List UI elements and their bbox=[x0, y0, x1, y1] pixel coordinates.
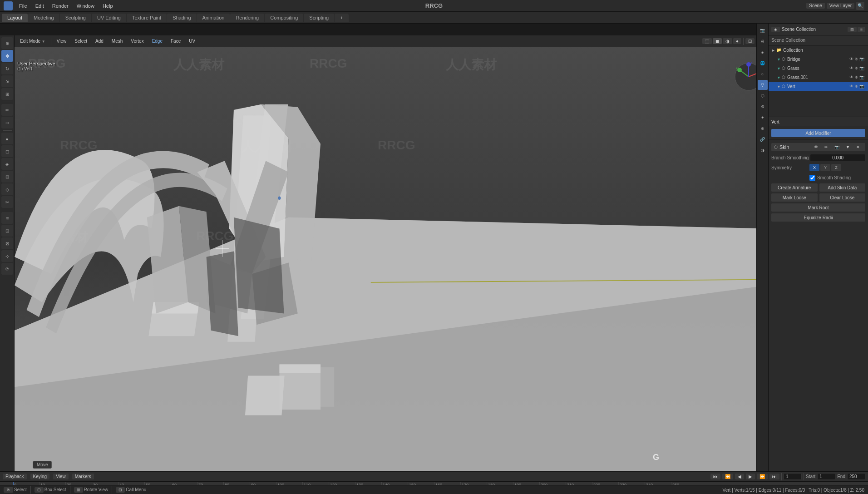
mark-root-btn[interactable]: Mark Root bbox=[771, 203, 865, 212]
modifier-skin-header[interactable]: ⬡ Skin 👁 ✏ 📷 ▼ ✕ bbox=[771, 143, 865, 151]
shading-rendered[interactable]: ● bbox=[733, 38, 741, 44]
search-icon[interactable]: 🔍 bbox=[856, 2, 864, 10]
menu-window[interactable]: Window bbox=[73, 2, 98, 10]
create-armature-btn[interactable]: Create Armature bbox=[771, 183, 818, 192]
view-layer-selector[interactable]: View Layer bbox=[827, 3, 854, 9]
vp-menu-add[interactable]: Add bbox=[93, 38, 106, 44]
outliner-item-collection[interactable]: ▸ 📁 Collection bbox=[769, 45, 868, 54]
tool-scale[interactable]: ⇲ bbox=[1, 75, 13, 87]
props-scene-icon[interactable]: 🌐 bbox=[758, 58, 768, 68]
tab-rendering[interactable]: Rendering bbox=[230, 14, 264, 22]
symmetry-z-btn[interactable]: Z bbox=[831, 164, 841, 171]
outliner-item-vert[interactable]: ▾ ⬡ Vert 👁 🖱 📷 bbox=[769, 82, 868, 91]
vp-menu-edge[interactable]: Edge bbox=[149, 38, 165, 44]
vp-menu-view[interactable]: View bbox=[54, 38, 69, 44]
shading-solid[interactable]: ◼ bbox=[713, 38, 722, 44]
props-physics-icon[interactable]: ⊕ bbox=[758, 124, 768, 133]
panel-options[interactable]: ≡ bbox=[858, 27, 865, 32]
props-object-icon[interactable]: ▽ bbox=[758, 80, 768, 90]
end-frame-input[interactable] bbox=[847, 473, 865, 480]
tab-modeling[interactable]: Modeling bbox=[28, 14, 59, 22]
tab-texture-paint[interactable]: Texture Paint bbox=[127, 14, 167, 22]
tool-move[interactable]: ✥ bbox=[1, 50, 13, 62]
modifier-delete[interactable]: ✕ bbox=[853, 144, 863, 150]
current-frame-input[interactable] bbox=[784, 473, 802, 480]
viewport-3d[interactable]: Edit Mode ▼ View Select Add Mesh Vertex … bbox=[15, 35, 768, 471]
tool-polypen[interactable]: ◇ bbox=[1, 183, 13, 195]
props-render-icon[interactable]: 📷 bbox=[758, 25, 768, 35]
timeline-menu-view[interactable]: View bbox=[53, 474, 69, 479]
tool-smooth[interactable]: ≋ bbox=[1, 212, 13, 224]
shading-material[interactable]: ◑ bbox=[723, 38, 732, 44]
tab-animation[interactable]: Animation bbox=[197, 14, 230, 22]
smooth-shading-checkbox[interactable] bbox=[809, 175, 815, 181]
scene-selector[interactable]: Scene bbox=[806, 3, 824, 9]
tool-spin[interactable]: ⟳ bbox=[1, 263, 13, 275]
outliner-item-grass001[interactable]: ▾ ⬡ Grass.001 👁 🖱 📷 bbox=[769, 73, 868, 82]
timeline-menu-playback[interactable]: Playback bbox=[3, 474, 27, 479]
jump-end-btn[interactable]: ⏭ bbox=[769, 474, 779, 479]
tool-inset[interactable]: ◻ bbox=[1, 145, 13, 157]
equalize-radii-btn[interactable]: Equalize Radii bbox=[771, 213, 865, 222]
tool-loopcut[interactable]: ⊟ bbox=[1, 171, 13, 183]
mark-loose-btn[interactable]: Mark Loose bbox=[771, 193, 818, 202]
tab-shading[interactable]: Shading bbox=[167, 14, 196, 22]
tool-rotate[interactable]: ↻ bbox=[1, 63, 13, 74]
jump-start-btn[interactable]: ⏮ bbox=[710, 474, 720, 479]
outliner-item-bridge[interactable]: ▾ ⬡ Bridge 👁 🖱 📷 bbox=[769, 54, 868, 64]
outliner-item-grass[interactable]: ▾ ⬡ Grass 👁 🖱 📷 bbox=[769, 64, 868, 73]
tab-scripting[interactable]: Scripting bbox=[304, 14, 334, 22]
tool-bevel[interactable]: ◈ bbox=[1, 158, 13, 170]
tab-sculpting[interactable]: Sculpting bbox=[60, 14, 91, 22]
props-world-icon[interactable]: ○ bbox=[758, 69, 768, 79]
tool-measure[interactable]: ⊸ bbox=[1, 117, 13, 128]
tool-transform[interactable]: ⊞ bbox=[1, 88, 13, 100]
panel-header-scene[interactable]: ◈ bbox=[771, 27, 780, 32]
modifier-toggle-render[interactable]: 📷 bbox=[832, 144, 842, 150]
prev-keyframe-btn[interactable]: ⏪ bbox=[722, 474, 733, 479]
add-modifier-button[interactable]: Add Modifier bbox=[771, 129, 865, 137]
vp-menu-select[interactable]: Select bbox=[72, 38, 90, 44]
start-frame-input[interactable] bbox=[817, 473, 835, 480]
shading-wireframe[interactable]: ⬚ bbox=[702, 38, 712, 44]
vp-menu-face[interactable]: Face bbox=[168, 38, 183, 44]
vp-menu-mesh[interactable]: Mesh bbox=[109, 38, 125, 44]
menu-render[interactable]: Render bbox=[49, 2, 72, 10]
menu-file[interactable]: File bbox=[15, 2, 31, 10]
tool-extrude[interactable]: ▲ bbox=[1, 133, 13, 144]
panel-filter[interactable]: ⊟ bbox=[848, 27, 857, 32]
menu-edit[interactable]: Edit bbox=[32, 2, 48, 10]
timeline-menu-keying[interactable]: Keying bbox=[30, 474, 50, 479]
tool-shrink[interactable]: ⊠ bbox=[1, 237, 13, 249]
tool-annotate[interactable]: ✏ bbox=[1, 104, 13, 116]
modifier-toggle-visibility[interactable]: 👁 bbox=[811, 144, 821, 150]
next-keyframe-btn[interactable]: ⏩ bbox=[757, 474, 768, 479]
modifier-toggle-edit[interactable]: ✏ bbox=[822, 144, 831, 150]
vp-menu-uv[interactable]: UV bbox=[186, 38, 198, 44]
tool-shear[interactable]: ⊡ bbox=[1, 225, 13, 237]
props-modifier-icon[interactable]: ⚙ bbox=[758, 102, 768, 112]
symmetry-x-btn[interactable]: X bbox=[809, 164, 819, 171]
tab-add[interactable]: + bbox=[335, 14, 348, 22]
clear-loose-btn[interactable]: Clear Loose bbox=[819, 193, 866, 202]
show-overlays[interactable]: ⊡ bbox=[745, 38, 755, 44]
symmetry-y-btn[interactable]: Y bbox=[820, 164, 830, 171]
tool-knife[interactable]: ✂ bbox=[1, 196, 13, 208]
vp-menu-vertex[interactable]: Vertex bbox=[128, 38, 146, 44]
props-particles-icon[interactable]: ✦ bbox=[758, 113, 768, 123]
tool-cursor[interactable]: ⊕ bbox=[1, 37, 13, 49]
menu-help[interactable]: Help bbox=[99, 2, 117, 10]
props-material-icon[interactable]: ◑ bbox=[758, 145, 768, 155]
play-btn[interactable]: ▶ bbox=[746, 474, 755, 479]
modifier-expand[interactable]: ▼ bbox=[843, 144, 853, 150]
tool-push[interactable]: ⊹ bbox=[1, 250, 13, 262]
props-constraints-icon[interactable]: 🔗 bbox=[758, 134, 768, 144]
timeline-menu-markers[interactable]: Markers bbox=[72, 474, 94, 479]
tab-uv-editing[interactable]: UV Editing bbox=[92, 14, 126, 22]
vp-mode-selector[interactable]: Edit Mode ▼ bbox=[17, 38, 48, 44]
add-skin-data-btn[interactable]: Add Skin Data bbox=[819, 183, 866, 192]
tab-compositing[interactable]: Compositing bbox=[265, 14, 303, 22]
props-view-layer-icon[interactable]: ◈ bbox=[758, 47, 768, 57]
props-output-icon[interactable]: 🖨 bbox=[758, 36, 768, 46]
props-mesh-icon[interactable]: ⬡ bbox=[758, 91, 768, 101]
